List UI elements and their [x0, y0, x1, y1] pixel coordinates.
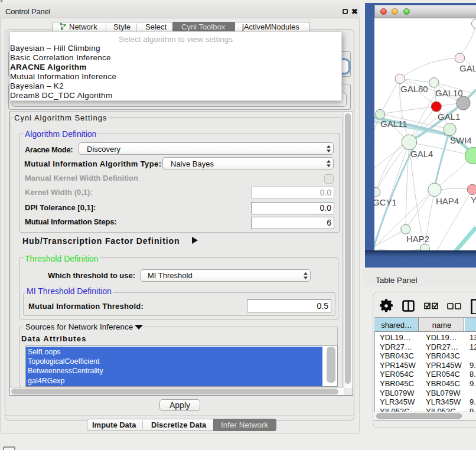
svg-text:SWI4: SWI4	[450, 135, 472, 145]
svg-text:GAL80: GAL80	[400, 84, 428, 94]
svg-text:GAL10: GAL10	[435, 88, 463, 98]
svg-text:GAL4: GAL4	[410, 149, 433, 159]
svg-text:Y: Y	[471, 195, 476, 205]
svg-text:GAL11: GAL11	[380, 119, 407, 129]
svg-text:GCY1: GCY1	[374, 197, 397, 207]
svg-text:HAP4: HAP4	[436, 196, 459, 206]
svg-text:HAP2: HAP2	[406, 234, 429, 244]
svg-text:GAL1: GAL1	[438, 112, 460, 122]
svg-text:GAL: GAL	[459, 63, 476, 73]
